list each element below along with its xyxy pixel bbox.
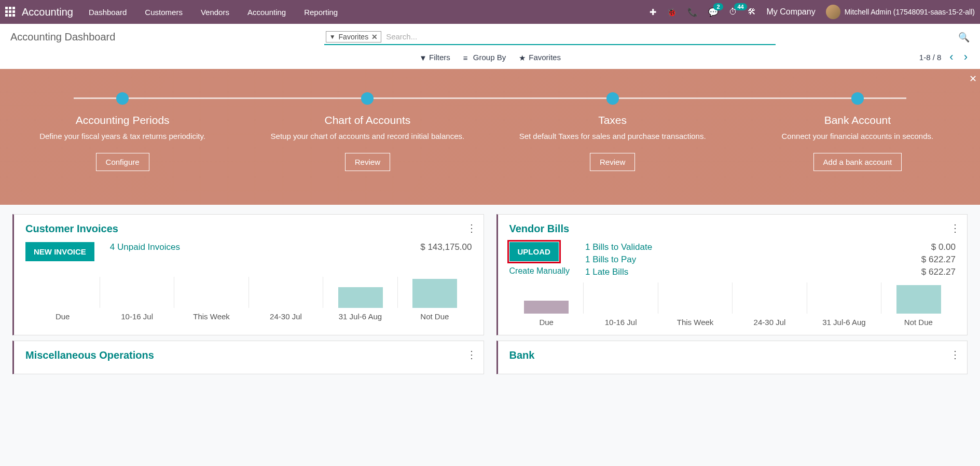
step-desc: Connect your financial accounts in secon…	[746, 131, 970, 143]
chart-bar	[524, 301, 569, 314]
chart-column	[807, 283, 881, 314]
bills-validate-link[interactable]: 1 Bills to Validate	[585, 242, 652, 252]
card-title[interactable]: Customer Invoices	[25, 223, 472, 235]
chart-label: 24-30 Jul	[733, 318, 807, 327]
card-misc-operations: Miscellaneous Operations ⋮	[12, 341, 484, 374]
dashboard-row: Customer Invoices ⋮ NEW INVOICE 4 Unpaid…	[0, 205, 980, 335]
card-title[interactable]: Vendor Bills	[509, 223, 956, 235]
search-facet-label: Favorites	[339, 33, 369, 41]
card-vendor-bills: Vendor Bills ⋮ UPLOAD Create Manually 1 …	[496, 214, 968, 335]
chart-column	[658, 283, 733, 314]
chart-column	[583, 283, 658, 314]
card-title[interactable]: Bank	[509, 349, 956, 361]
step-title: Accounting Periods	[10, 114, 234, 126]
onboarding-step-bank: Bank Account Connect your financial acco…	[735, 92, 980, 205]
user-name: Mitchell Admin (17548091-saas-15-2-all)	[845, 8, 975, 16]
bills-late-amt: $ 622.27	[921, 267, 956, 277]
chart-column	[732, 283, 807, 314]
page-title: Accounting Dashboard	[10, 31, 115, 43]
chart-label: 10-16 Jul	[100, 312, 174, 321]
bills-pay-link[interactable]: 1 Bills to Pay	[585, 255, 636, 265]
nav-menu-customers[interactable]: Customers	[145, 8, 183, 17]
search-icon[interactable]: 🔍	[958, 32, 970, 43]
card-customer-invoices: Customer Invoices ⋮ NEW INVOICE 4 Unpaid…	[12, 214, 484, 335]
phone-icon[interactable]: 📞	[687, 7, 698, 17]
onboarding-step-taxes: Taxes Set default Taxes for sales and pu…	[490, 92, 735, 205]
kebab-icon[interactable]: ⋮	[466, 222, 476, 234]
chart-column	[323, 277, 397, 308]
control-panel: Accounting Dashboard ▼ Favorites ✕ 🔍 ▼Fi…	[0, 24, 980, 69]
filters-button[interactable]: ▼Filters	[419, 53, 450, 62]
close-icon[interactable]: ✕	[969, 73, 977, 84]
step-dot-icon	[606, 92, 619, 105]
card-title[interactable]: Miscellaneous Operations	[25, 349, 472, 361]
upload-button[interactable]: UPLOAD	[509, 242, 559, 261]
step-title: Bank Account	[746, 114, 970, 126]
bug-icon[interactable]: 🐞	[667, 7, 677, 17]
chart-label: 31 Jul-6 Aug	[323, 312, 397, 321]
onboarding-progress-line	[74, 97, 907, 99]
step-desc: Define your fiscal years & tax returns p…	[10, 131, 234, 143]
chat-icon[interactable]: 💬2	[708, 7, 719, 17]
new-invoice-button[interactable]: NEW INVOICE	[25, 242, 94, 261]
favorites-button[interactable]: ★Favorites	[519, 53, 561, 62]
pager-next-icon[interactable]: ›	[962, 50, 970, 64]
star-icon: ★	[519, 53, 526, 61]
facet-remove-icon[interactable]: ✕	[371, 33, 378, 41]
chart-column	[397, 277, 472, 308]
pager-prev-icon[interactable]: ‹	[947, 50, 955, 64]
chart-label: 31 Jul-6 Aug	[807, 318, 881, 327]
unpaid-invoices-link[interactable]: 4 Unpaid Invoices	[110, 242, 180, 252]
unpaid-invoices-amount: $ 143,175.00	[420, 242, 472, 252]
chart-label: This Week	[174, 312, 249, 321]
chart-label: Not Due	[397, 312, 472, 321]
chat-badge: 2	[713, 3, 723, 10]
chart-column	[100, 277, 174, 308]
nav-menu-reporting[interactable]: Reporting	[304, 8, 338, 17]
pager-value: 1-8 / 8	[919, 53, 942, 62]
app-brand[interactable]: Accounting	[22, 6, 73, 18]
chart-label: This Week	[658, 318, 732, 327]
filter-icon: ▼	[419, 53, 426, 61]
bills-late-link[interactable]: 1 Late Bills	[585, 267, 628, 277]
nav-menu-accounting[interactable]: Accounting	[247, 8, 286, 17]
onboarding-step-coa: Chart of Accounts Setup your chart of ac…	[245, 92, 490, 205]
search-facet-favorites[interactable]: ▼ Favorites ✕	[326, 31, 381, 43]
chart-label: Due	[509, 318, 584, 327]
add-bank-button[interactable]: Add a bank account	[813, 153, 902, 171]
chart-column	[881, 283, 956, 314]
kebab-icon[interactable]: ⋮	[950, 222, 960, 234]
card-bank: Bank ⋮	[496, 341, 968, 374]
pager: 1-8 / 8 ‹ ›	[919, 50, 970, 64]
configure-button[interactable]: Configure	[96, 153, 149, 171]
step-desc: Setup your chart of accounts and record …	[255, 131, 479, 143]
search-bar: ▼ Favorites ✕	[324, 29, 776, 45]
avatar-icon	[826, 5, 840, 19]
clock-icon[interactable]: ⏱44	[729, 7, 737, 17]
search-input[interactable]	[383, 29, 776, 44]
nav-menu-vendors[interactable]: Vendors	[201, 8, 229, 17]
kebab-icon[interactable]: ⋮	[466, 348, 476, 361]
funnel-icon: ▼	[329, 33, 336, 40]
groupby-button[interactable]: ≡Group By	[463, 53, 506, 62]
bills-pay-amt: $ 622.27	[921, 255, 956, 265]
apps-icon[interactable]	[5, 7, 16, 17]
company-switcher[interactable]: My Company	[766, 7, 815, 17]
plus-icon[interactable]: ✚	[650, 7, 656, 17]
step-desc: Set default Taxes for sales and purchase…	[501, 131, 725, 143]
review-coa-button[interactable]: Review	[345, 153, 390, 171]
chart-label: 10-16 Jul	[584, 318, 658, 327]
onboarding-step-periods: Accounting Periods Define your fiscal ye…	[0, 92, 245, 205]
main-navbar: Accounting Dashboard Customers Vendors A…	[0, 0, 980, 24]
chart-column	[509, 283, 584, 314]
chart-column	[174, 277, 249, 308]
wrench-icon[interactable]: 🛠	[748, 7, 756, 17]
kebab-icon[interactable]: ⋮	[950, 348, 960, 361]
nav-menu: Dashboard Customers Vendors Accounting R…	[89, 8, 338, 17]
step-dot-icon	[361, 92, 374, 105]
nav-menu-dashboard[interactable]: Dashboard	[89, 8, 127, 17]
review-taxes-button[interactable]: Review	[590, 153, 635, 171]
chart-bar	[412, 279, 457, 308]
create-manually-link[interactable]: Create Manually	[509, 266, 570, 276]
user-menu[interactable]: Mitchell Admin (17548091-saas-15-2-all)	[826, 5, 975, 19]
